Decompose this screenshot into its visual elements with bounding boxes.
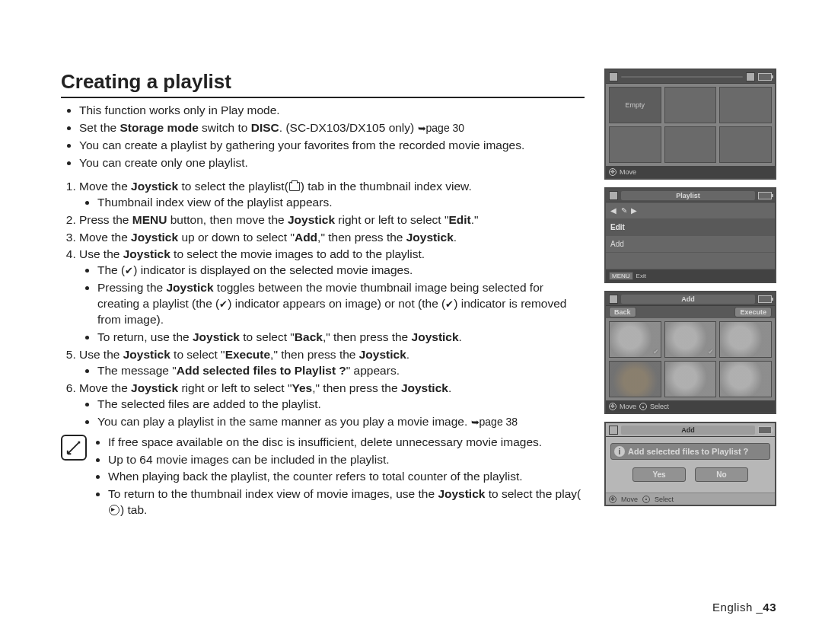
menu-item-add: Add <box>606 236 775 253</box>
check-icon: ✔ <box>125 265 133 276</box>
move-label: Move <box>620 403 636 410</box>
steps-list: Move the Joystick to select the playlist… <box>79 179 585 430</box>
menu-button-label: MENU <box>609 272 633 280</box>
nav-ring-icon: ✥ <box>609 496 616 503</box>
check-icon: ✔ <box>653 348 659 355</box>
battery-icon <box>758 73 772 81</box>
intro-item: You can create a playlist by gathering y… <box>79 138 585 154</box>
section-title: Creating a playlist <box>61 69 585 98</box>
battery-icon <box>758 426 772 434</box>
check-icon: ✔ <box>708 348 714 355</box>
thumbnail-cell <box>719 126 772 163</box>
ok-ring-icon: • <box>639 403 647 410</box>
note-item: To return to the thumbnail index view of… <box>108 486 585 518</box>
move-label: Move <box>620 168 636 176</box>
step-5: Use the Joystick to select "Execute," th… <box>79 347 585 379</box>
note-block: If free space available on the disc is i… <box>61 435 585 521</box>
page-ref-arrow-icon: ➥ <box>471 416 480 428</box>
step-2: Press the MENU button, then move the Joy… <box>79 212 585 228</box>
note-item: Up to 64 movie images can be included in… <box>108 452 585 468</box>
mode-icon <box>609 295 618 304</box>
thumbnail-cell <box>719 87 772 123</box>
select-label: Select <box>655 496 674 503</box>
yes-button: Yes <box>632 467 686 482</box>
back-button: Back <box>609 307 636 317</box>
step-4-sub: To return, use the Joystick to select "B… <box>97 330 585 346</box>
confirm-prompt: i Add selected files to Playlist ? <box>610 443 770 460</box>
menu-nav-row: ◀ ✎ ▶ <box>606 202 775 219</box>
thumbnail-empty: Empty <box>609 87 661 123</box>
text-column: Creating a playlist This function works … <box>61 69 585 520</box>
thumbnail-cell: ✔ <box>609 321 661 358</box>
nav-ring-icon: ✥ <box>609 168 616 176</box>
screenshots-column: Empty ✥Move Playlist ◀ ✎ ▶ Edit Add <box>604 69 776 520</box>
screenshot-edit-menu: Playlist ◀ ✎ ▶ Edit Add MENU Exit <box>604 187 776 283</box>
thumbnail-cell <box>719 361 772 397</box>
mode-icon <box>609 426 618 435</box>
exit-label: Exit <box>636 273 646 279</box>
thumbnail-cell <box>609 361 661 397</box>
step-6-sub: You can play a playlist in the same mann… <box>97 414 585 430</box>
menu-header-edit: Edit <box>606 219 775 236</box>
menu-title: Add <box>621 426 755 435</box>
nav-ring-icon: ✥ <box>609 403 616 410</box>
battery-icon <box>758 192 772 199</box>
thumbnail-cell <box>609 126 661 163</box>
card-icon <box>746 72 755 81</box>
step-1: Move the Joystick to select the playlist… <box>79 179 585 211</box>
step-5-sub: The message "Add selected files to Playl… <box>97 363 585 379</box>
menu-title: Add <box>621 295 755 304</box>
step-6-sub: The selected files are added to the play… <box>97 397 585 413</box>
thumbnail-cell: ✔ <box>664 321 717 358</box>
menu-title: Playlist <box>621 191 755 200</box>
screenshot-thumbnail-view: Empty ✥Move <box>604 69 776 180</box>
play-tab-icon <box>109 505 119 515</box>
intro-item: This function works only in Play mode. <box>79 103 585 119</box>
move-label: Move <box>621 496 638 503</box>
mode-icon <box>609 72 618 81</box>
select-label: Select <box>650 403 669 410</box>
step-4-sub: Pressing the Joystick toggles between th… <box>97 280 585 328</box>
playlist-tab-icon <box>289 182 300 191</box>
execute-button: Execute <box>734 307 772 317</box>
screenshot-confirm-dialog: Add i Add selected files to Playlist ? Y… <box>604 422 776 506</box>
step-4-sub: The (✔) indicator is displayed on the se… <box>97 263 585 279</box>
step-6: Move the Joystick right or left to selec… <box>79 381 585 430</box>
note-icon <box>61 435 87 461</box>
check-icon: ✔ <box>445 298 454 310</box>
intro-bullets: This function works only in Play mode. S… <box>79 103 585 171</box>
note-item: If free space available on the disc is i… <box>108 435 585 451</box>
check-icon: ✔ <box>219 298 228 310</box>
battery-icon <box>758 295 772 303</box>
mode-icon <box>609 191 618 200</box>
intro-item: You can create only one playlist. <box>79 155 585 171</box>
thumbnail-cell <box>719 321 772 358</box>
thumbnail-cell <box>664 126 717 163</box>
page-ref-arrow-icon: ➥ <box>418 123 426 134</box>
ok-ring-icon: • <box>642 496 650 503</box>
menu-row-blank <box>606 253 775 269</box>
thumbnail-cell <box>664 361 717 397</box>
no-button: No <box>695 467 748 482</box>
intro-item: Set the Storage mode switch to DISC. (SC… <box>79 120 585 136</box>
info-icon: i <box>614 446 625 457</box>
step-4: Use the Joystick to select the movie ima… <box>79 247 585 346</box>
thumbnail-cell <box>664 87 717 123</box>
screenshot-add-select: Add Back Execute ✔ ✔ ✥Move •Select <box>604 291 776 414</box>
note-item: When playing back the playlist, the coun… <box>108 469 585 485</box>
step-1-sub: Thumbnail index view of the playlist app… <box>97 195 585 211</box>
top-tab-icon <box>621 76 743 78</box>
page-footer: English _43 <box>712 601 776 614</box>
step-3: Move the Joystick up or down to select "… <box>79 230 585 246</box>
